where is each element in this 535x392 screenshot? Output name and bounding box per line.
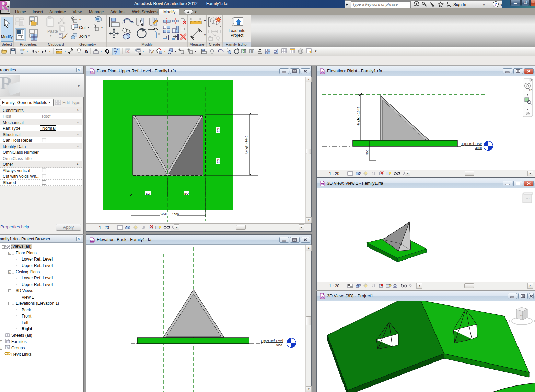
svg-text:▼: ▼ (194, 50, 197, 53)
svg-text:▼: ▼ (142, 50, 144, 53)
svg-text:▼: ▼ (79, 18, 81, 21)
svg-text:▼: ▼ (38, 50, 40, 53)
svg-text:▼: ▼ (87, 26, 90, 29)
svg-text:2D: 2D (529, 89, 532, 92)
svg-text:RVT: RVT (91, 240, 94, 242)
svg-text:Upper Ref. Level: Upper Ref. Level (261, 339, 283, 343)
svg-text:500: 500 (365, 150, 369, 155)
svg-text:Length=1440: Length=1440 (245, 136, 248, 154)
svg-text:EQ: EQ (217, 159, 220, 163)
svg-text:▼: ▼ (101, 26, 103, 29)
svg-text:▼: ▼ (88, 35, 90, 38)
svg-text:A: A (84, 48, 88, 54)
svg-text:▼: ▼ (49, 50, 51, 53)
svg-text:▼: ▼ (314, 50, 317, 53)
svg-text:▼: ▼ (203, 19, 206, 22)
svg-text:EQ: EQ (146, 192, 150, 195)
svg-text:RVT: RVT (321, 183, 325, 185)
svg-text:▼: ▼ (164, 50, 166, 53)
svg-text:Paste: Paste (47, 29, 58, 34)
svg-text:▼: ▼ (100, 50, 102, 53)
svg-text:RVT: RVT (321, 71, 325, 73)
svg-text:Cut: Cut (79, 25, 86, 30)
svg-text:RVT: RVT (321, 296, 325, 298)
svg-text:LEFT: LEFT (525, 197, 530, 199)
svg-text:▼: ▼ (203, 34, 206, 37)
svg-text:1: 1 (78, 49, 80, 52)
svg-text:▼: ▼ (174, 50, 177, 53)
svg-text:▼: ▼ (526, 108, 529, 111)
svg-text:Width = 1680: Width = 1680 (161, 212, 179, 216)
svg-text:EQ: EQ (217, 128, 220, 132)
svg-text:EQ: EQ (184, 192, 189, 195)
svg-text:▼: ▼ (526, 94, 529, 96)
svg-text:Upper Ref. Level: Upper Ref. Level (461, 142, 482, 146)
svg-text:▼: ▼ (49, 34, 52, 37)
svg-text:▼: ▼ (26, 50, 28, 53)
svg-text:RVT: RVT (91, 71, 94, 73)
svg-text:4000: 4000 (475, 146, 482, 150)
svg-text:▼: ▼ (64, 50, 66, 53)
svg-text:Join: Join (79, 34, 87, 39)
svg-text:4000: 4000 (276, 344, 282, 347)
svg-text:Height = 1343: Height = 1343 (357, 107, 360, 126)
svg-text:OFF: OFF (519, 314, 523, 316)
